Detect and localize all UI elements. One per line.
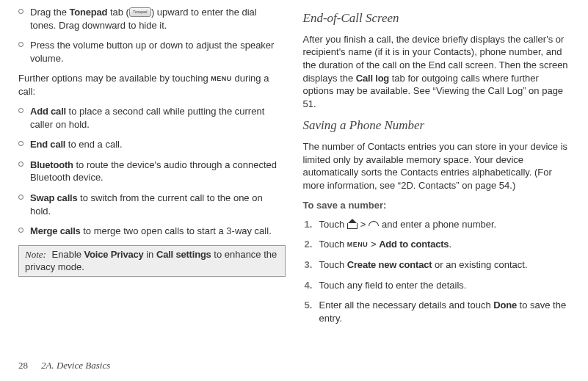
text: Touch <box>319 259 347 270</box>
step-number: 3. <box>305 258 313 272</box>
note-box: Note: Enable Voice Privacy in Call setti… <box>18 245 286 277</box>
label: Merge calls <box>30 225 81 236</box>
bullet-add-call: Add call to place a second call while pu… <box>18 105 286 131</box>
text: to merge two open calls to start a 3-way… <box>81 225 272 236</box>
step-5: 5. Enter all the necessary details and t… <box>303 299 570 324</box>
tonepad-tab-icon: Tonepad <box>129 7 151 17</box>
step-1: 1. Touch > and enter a phone number. <box>303 218 570 231</box>
text: Drag the <box>30 7 69 18</box>
bullet-bluetooth: Bluetooth to route the device's audio th… <box>18 159 286 184</box>
step-4: 4. Touch any field to enter the details. <box>303 279 570 292</box>
text: tab ( <box>107 7 129 18</box>
saving-number-para: The number of Contacts entries you can s… <box>303 140 570 192</box>
done-label: Done <box>493 300 517 311</box>
steps-list: 1. Touch > and enter a phone number. 2. … <box>303 218 570 324</box>
section-title: 2A. Device Basics <box>41 360 110 371</box>
menu-icon: MENU <box>211 74 232 83</box>
create-new-contact-label: Create new contact <box>347 259 432 270</box>
bottom-bullet-list: Add call to place a second call while pu… <box>18 105 286 237</box>
step-3: 3. Touch Create new contact or an existi… <box>303 258 570 272</box>
text: Touch <box>319 219 347 230</box>
text: Enter all the necessary details and touc… <box>319 300 494 311</box>
top-bullet-list: Drag the Tonepad tab (Tonepad) upward to… <box>18 6 286 65</box>
bullet-end-call: End call to end a call. <box>18 138 286 151</box>
step-number: 4. <box>305 279 313 292</box>
heading-end-of-call: End-of-Call Screen <box>303 10 570 27</box>
text: . <box>449 239 451 250</box>
step-number: 5. <box>305 299 313 312</box>
text: Further options may be available by touc… <box>18 73 211 84</box>
chevron-right-icon: > <box>360 219 366 230</box>
text: Enable <box>52 249 84 260</box>
left-column: Drag the Tonepad tab (Tonepad) upward to… <box>18 0 294 332</box>
text: Touch <box>319 239 347 250</box>
bullet-swap-calls: Swap calls to switch from the current ca… <box>18 192 286 217</box>
end-of-call-para: After you finish a call, the device brie… <box>303 33 570 110</box>
text: Press the volume button up or down to ad… <box>30 40 274 64</box>
step-number: 1. <box>305 218 313 231</box>
voice-privacy-label: Voice Privacy <box>84 249 144 260</box>
menu-icon: MENU <box>347 240 369 249</box>
right-column: End-of-Call Screen After you finish a ca… <box>294 0 570 332</box>
call-settings-label: Call settings <box>156 249 211 260</box>
note-label: Note: <box>25 249 46 260</box>
call-log-label: Call log <box>356 73 389 84</box>
further-options-para: Further options may be available by touc… <box>18 72 286 98</box>
bullet-merge-calls: Merge calls to merge two open calls to s… <box>18 225 286 238</box>
bullet-tonepad: Drag the Tonepad tab (Tonepad) upward to… <box>18 6 286 32</box>
add-to-contacts-label: Add to contacts <box>379 239 449 250</box>
heading-saving-number: Saving a Phone Number <box>303 117 570 134</box>
to-save-subhead: To save a number: <box>303 199 570 212</box>
text: in <box>144 249 156 260</box>
text: or an existing contact. <box>432 259 527 270</box>
phone-icon <box>369 219 379 228</box>
label: Bluetooth <box>30 159 73 170</box>
footer: 282A. Device Basics <box>18 359 110 372</box>
page-number: 28 <box>18 360 28 371</box>
label: Add call <box>30 106 66 117</box>
page: Drag the Tonepad tab (Tonepad) upward to… <box>0 0 588 332</box>
label: End call <box>30 139 65 150</box>
text: Touch any field to enter the details. <box>319 280 467 291</box>
step-number: 2. <box>305 238 313 251</box>
text: to end a call. <box>65 139 122 150</box>
text: > <box>368 239 379 250</box>
home-icon <box>347 219 357 228</box>
bullet-volume: Press the volume button up or down to ad… <box>18 39 286 65</box>
label: Swap calls <box>30 192 77 203</box>
tonepad-label: Tonepad <box>69 7 107 18</box>
text: and enter a phone number. <box>379 219 496 230</box>
step-2: 2. Touch MENU > Add to contacts. <box>303 238 570 251</box>
